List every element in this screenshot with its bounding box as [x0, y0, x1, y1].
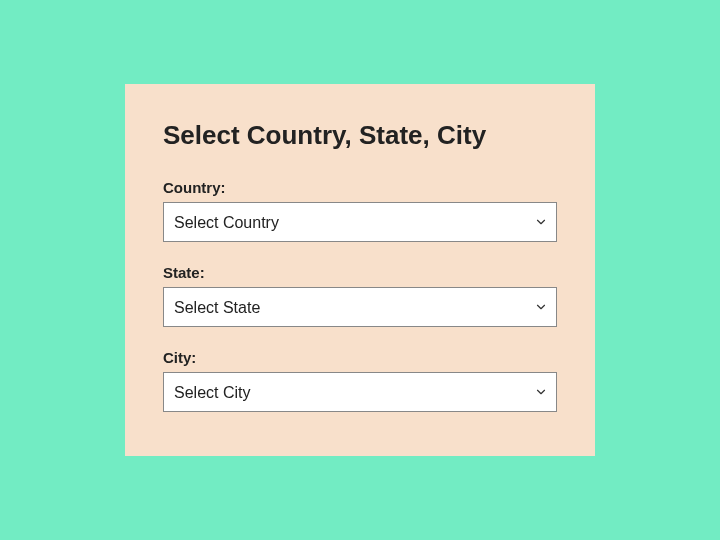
country-select[interactable]: Select Country [163, 202, 557, 242]
form-title: Select Country, State, City [163, 120, 557, 151]
city-label: City: [163, 349, 557, 366]
state-label: State: [163, 264, 557, 281]
form-card: Select Country, State, City Country: Sel… [125, 84, 595, 456]
state-select[interactable]: Select State [163, 287, 557, 327]
city-field-group: City: Select City [163, 349, 557, 412]
country-label: Country: [163, 179, 557, 196]
state-field-group: State: Select State [163, 264, 557, 327]
city-select[interactable]: Select City [163, 372, 557, 412]
country-field-group: Country: Select Country [163, 179, 557, 242]
